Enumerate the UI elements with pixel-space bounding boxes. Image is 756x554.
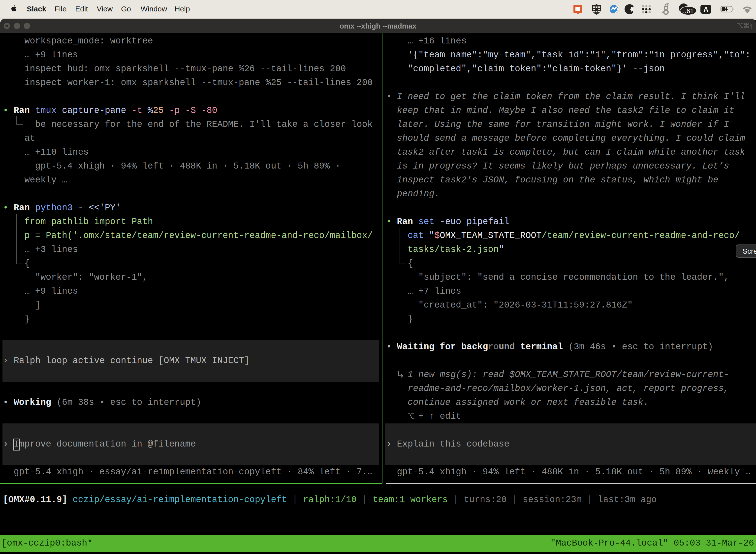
svg-text:..61: ..61 — [683, 7, 693, 15]
svg-text:A: A — [703, 6, 708, 13]
